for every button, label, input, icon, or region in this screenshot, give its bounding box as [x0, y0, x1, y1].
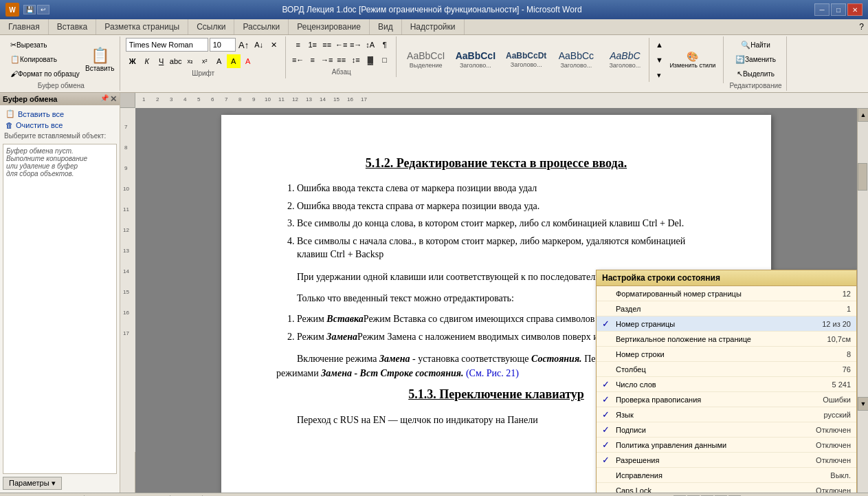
- doc-scroll-area[interactable]: 5.1.2. Редактирование текста в процессе …: [135, 108, 857, 493]
- paste-button[interactable]: 📋 Вставить: [85, 41, 115, 77]
- context-item-corrections[interactable]: Исправления Выкл.: [597, 468, 856, 483]
- grow-font-button[interactable]: A↑: [237, 38, 251, 52]
- context-item-lang[interactable]: ✓ Язык русский: [597, 407, 856, 422]
- editing-group: 🔍 Найти 🔄 Заменить ↖ Выделить Редактиров…: [725, 36, 786, 91]
- style-heading3[interactable]: AaBbCc Заголово...: [552, 41, 600, 78]
- shrink-font-button[interactable]: A↓: [252, 38, 266, 52]
- justify-button[interactable]: ≡≡: [335, 53, 348, 67]
- clear-all-button[interactable]: 🗑 Очистить все: [3, 120, 117, 131]
- more-styles-button[interactable]: ▾: [652, 68, 666, 82]
- svg-text:1: 1: [142, 96, 146, 103]
- panel-pin-button[interactable]: 📌: [100, 94, 109, 104]
- bullet-list-button[interactable]: ≡: [291, 38, 305, 52]
- tab-review[interactable]: Рецензирование: [289, 19, 370, 34]
- strikethrough-button[interactable]: abc: [169, 54, 183, 68]
- style-heading2[interactable]: AaBbCcDt Заголово...: [501, 41, 551, 78]
- scroll-styles-up-button[interactable]: ▲: [652, 38, 666, 52]
- bold-button[interactable]: Ж: [126, 54, 140, 68]
- quick-undo-btn[interactable]: ↩: [37, 5, 49, 14]
- svg-text:11: 11: [123, 206, 129, 213]
- font-group: A↑ A↓ ✕ Ж К Ч abc x₂ x² A A A Шрифт: [122, 36, 286, 78]
- highlight-color-button[interactable]: A: [227, 54, 241, 68]
- font-color-button[interactable]: A: [241, 54, 255, 68]
- sort-button[interactable]: ↕A: [364, 38, 377, 52]
- context-item-formatted-page-num[interactable]: Форматированный номер страницы 12: [597, 286, 856, 301]
- tab-view[interactable]: Вид: [370, 19, 402, 34]
- horizontal-ruler: 123 456 789 101112 131415 1617: [135, 93, 868, 108]
- close-button[interactable]: ✕: [847, 3, 863, 16]
- font-name-input[interactable]: [126, 38, 208, 52]
- context-item-caps-lock[interactable]: Caps Lock Отключен: [597, 483, 856, 493]
- clear-all-icon: 🗑: [5, 121, 13, 129]
- underline-button[interactable]: Ч: [155, 54, 168, 68]
- scroll-styles-down-button[interactable]: ▼: [652, 53, 666, 67]
- format-painter-button[interactable]: 🖌 Формат по образцу: [7, 67, 83, 80]
- help-button[interactable]: ?: [855, 19, 868, 34]
- svg-text:15: 15: [333, 96, 340, 103]
- multilevel-list-button[interactable]: ≡≡: [320, 38, 334, 52]
- superscript-button[interactable]: x²: [198, 54, 212, 68]
- svg-text:9: 9: [252, 96, 256, 103]
- scroll-down-button[interactable]: ▼: [858, 397, 868, 411]
- find-button[interactable]: 🔍 Найти: [737, 38, 774, 52]
- tab-addins[interactable]: Надстройки: [402, 19, 465, 34]
- clipboard-area[interactable]: Буфер обмена пуст. Выполните копирование…: [3, 144, 117, 474]
- text-effects-button[interactable]: A: [212, 54, 226, 68]
- select-button[interactable]: ↖ Выделить: [733, 67, 778, 80]
- check-icon-3: [602, 334, 616, 344]
- tab-layout[interactable]: Разметка страницы: [96, 19, 188, 34]
- style-heading4[interactable]: AaBbC Заголово...: [601, 41, 649, 78]
- increase-indent-button[interactable]: ≡→: [349, 38, 363, 52]
- numbered-list-button[interactable]: 1≡: [306, 38, 320, 52]
- context-item-signatures[interactable]: ✓ Подписи Отключен: [597, 422, 856, 438]
- params-button[interactable]: Параметры ▾: [3, 477, 62, 490]
- shading-button[interactable]: ▓: [364, 53, 377, 67]
- line-spacing-button[interactable]: ↕≡: [349, 53, 363, 67]
- restore-button[interactable]: □: [831, 3, 846, 16]
- change-styles-button[interactable]: 🎨 Изменить стили: [666, 41, 719, 78]
- ruler-corner: [120, 93, 135, 108]
- font-size-input[interactable]: [210, 38, 236, 52]
- context-item-word-count[interactable]: ✓ Число слов 5 241: [597, 377, 856, 392]
- paste-all-button[interactable]: 📋 Вставить все: [3, 108, 117, 120]
- borders-button[interactable]: □: [378, 53, 392, 67]
- minimize-button[interactable]: ─: [814, 3, 830, 16]
- svg-text:8: 8: [238, 96, 242, 103]
- check-icon-9: ✓: [602, 424, 616, 435]
- align-center-button[interactable]: ≡: [306, 53, 320, 67]
- style-highlight[interactable]: AaBbCcI Выделение: [402, 41, 450, 78]
- tab-mailings[interactable]: Рассылки: [234, 19, 289, 34]
- style-heading1[interactable]: AaBbCcI Заголово...: [451, 41, 500, 78]
- context-item-column[interactable]: Столбец 76: [597, 362, 856, 377]
- svg-text:11: 11: [278, 96, 285, 103]
- align-right-button[interactable]: →≡: [320, 53, 334, 67]
- context-item-policy[interactable]: ✓ Политика управления данными Отключен: [597, 438, 856, 453]
- context-item-permissions[interactable]: ✓ Разрешения Отключен: [597, 453, 856, 468]
- scroll-up-button[interactable]: ▲: [858, 108, 868, 122]
- show-marks-button[interactable]: ¶: [378, 38, 392, 52]
- tab-insert[interactable]: Вставка: [49, 19, 97, 34]
- context-item-vert-pos[interactable]: Вертикальное положение на странице 10,7с…: [597, 332, 856, 347]
- tab-home[interactable]: Главная: [0, 19, 49, 34]
- right-scrollbar[interactable]: ▲ ▼: [857, 108, 868, 493]
- context-item-page-num[interactable]: ✓ Номер страницы 12 из 20: [597, 316, 856, 332]
- paragraph-group: ≡ 1≡ ≡≡ ←≡ ≡→ ↕A ¶ ≡← ≡ →≡ ≡≡ ↕≡ ▓ □: [287, 36, 397, 77]
- context-item-section[interactable]: Раздел 1: [597, 301, 856, 316]
- copy-button[interactable]: 📋 Копировать: [7, 52, 83, 66]
- panel-close-button[interactable]: ✕: [110, 94, 117, 104]
- align-left-button[interactable]: ≡←: [291, 53, 305, 67]
- clear-format-button[interactable]: ✕: [267, 38, 281, 52]
- cut-button[interactable]: ✂ Вырезать: [7, 38, 83, 52]
- italic-button[interactable]: К: [140, 54, 154, 68]
- tab-references[interactable]: Ссылки: [188, 19, 234, 34]
- quick-save-btn[interactable]: 💾: [23, 5, 36, 14]
- context-item-line-num[interactable]: Номер строки 8: [597, 347, 856, 362]
- svg-text:14: 14: [123, 268, 129, 274]
- scroll-thumb[interactable]: [858, 163, 867, 191]
- subscript-button[interactable]: x₂: [183, 54, 197, 68]
- context-item-spell-check[interactable]: ✓ Проверка правописания Ошибки: [597, 392, 856, 407]
- title-bar: W 💾 ↩ ВОРД Лекция 1.doc [Режим ограничен…: [0, 0, 868, 19]
- status-bar: Страница: 12 из 20 Число слов: 5 241 📝 р…: [0, 493, 868, 496]
- decrease-indent-button[interactable]: ←≡: [335, 38, 348, 52]
- replace-button[interactable]: 🔄 Заменить: [732, 52, 779, 66]
